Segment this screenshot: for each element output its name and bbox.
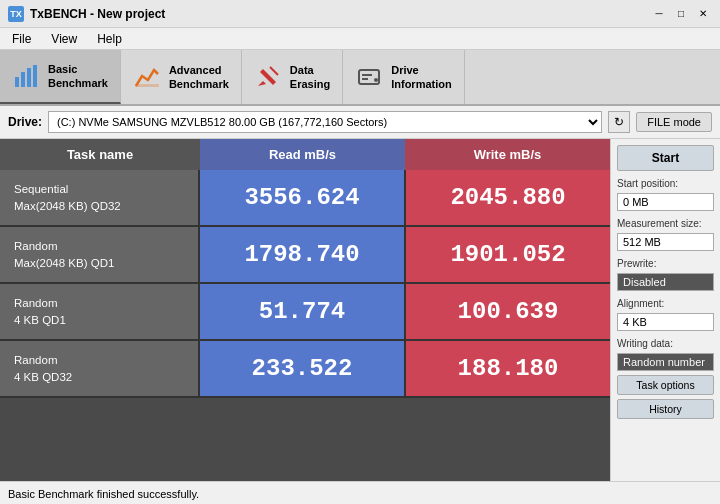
drive-select[interactable]: (C:) NVMe SAMSUNG MZVLB512 80.00 GB (167…: [48, 111, 602, 133]
basic-benchmark-icon: [12, 62, 40, 90]
close-button[interactable]: ✕: [694, 5, 712, 23]
drive-row: Drive: (C:) NVMe SAMSUNG MZVLB512 80.00 …: [0, 106, 720, 139]
svg-rect-0: [15, 77, 19, 87]
start-button[interactable]: Start: [617, 145, 714, 171]
maximize-button[interactable]: □: [672, 5, 690, 23]
status-message: Basic Benchmark finished successfully.: [8, 488, 199, 500]
read-value-1: 1798.740: [200, 227, 406, 282]
advanced-benchmark-label: Advanced Benchmark: [169, 63, 229, 92]
header-write: Write mB/s: [405, 139, 610, 170]
svg-rect-2: [27, 68, 31, 87]
prewrite-value: Disabled: [617, 273, 714, 291]
drive-information-label: Drive Information: [391, 63, 452, 92]
alignment-value: 4 KB: [617, 313, 714, 331]
drive-information-icon: [355, 63, 383, 91]
start-position-value: 0 MB: [617, 193, 714, 211]
svg-point-7: [374, 78, 378, 82]
svg-line-5: [270, 67, 278, 75]
task-options-button[interactable]: Task options: [617, 375, 714, 395]
app-icon: TX: [8, 6, 24, 22]
menu-bar: File View Help: [0, 28, 720, 50]
header-task: Task name: [0, 139, 200, 170]
task-name-1: RandomMax(2048 KB) QD1: [0, 227, 200, 282]
data-erasing-icon: [254, 63, 282, 91]
table-row: RandomMax(2048 KB) QD1 1798.740 1901.052: [0, 227, 610, 284]
read-value-0: 3556.624: [200, 170, 406, 225]
writing-data-value: Random number: [617, 353, 714, 371]
title-bar-left: TX TxBENCH - New project: [8, 6, 165, 22]
task-name-3: Random4 KB QD32: [0, 341, 200, 396]
toolbar: Basic Benchmark Advanced Benchmark Data …: [0, 50, 720, 106]
start-position-label: Start position:: [617, 178, 714, 189]
minimize-button[interactable]: ─: [650, 5, 668, 23]
window-title: TxBENCH - New project: [30, 7, 165, 21]
read-value-2: 51.774: [200, 284, 406, 339]
writing-data-label: Writing data:: [617, 338, 714, 349]
write-value-0: 2045.880: [406, 170, 610, 225]
table-row: Random4 KB QD1 51.774 100.639: [0, 284, 610, 341]
right-panel: Start Start position: 0 MB Measurement s…: [610, 139, 720, 481]
toolbar-basic-benchmark[interactable]: Basic Benchmark: [0, 50, 121, 104]
main-area: Task name Read mB/s Write mB/s Sequentia…: [0, 139, 720, 481]
write-value-2: 100.639: [406, 284, 610, 339]
svg-rect-1: [21, 72, 25, 87]
drive-label: Drive:: [8, 115, 42, 129]
refresh-button[interactable]: ↻: [608, 111, 630, 133]
svg-rect-4: [135, 84, 159, 87]
basic-benchmark-label: Basic Benchmark: [48, 62, 108, 91]
advanced-benchmark-icon: [133, 63, 161, 91]
write-value-3: 188.180: [406, 341, 610, 396]
table-row: SequentialMax(2048 KB) QD32 3556.624 204…: [0, 170, 610, 227]
svg-rect-8: [362, 74, 372, 76]
file-mode-button[interactable]: FILE mode: [636, 112, 712, 132]
write-value-1: 1901.052: [406, 227, 610, 282]
measurement-size-label: Measurement size:: [617, 218, 714, 229]
task-name-0: SequentialMax(2048 KB) QD32: [0, 170, 200, 225]
history-button[interactable]: History: [617, 399, 714, 419]
header-read: Read mB/s: [200, 139, 405, 170]
read-value-3: 233.522: [200, 341, 406, 396]
measurement-size-value: 512 MB: [617, 233, 714, 251]
table-header: Task name Read mB/s Write mB/s: [0, 139, 610, 170]
status-bar: Basic Benchmark finished successfully.: [0, 481, 720, 504]
window-controls: ─ □ ✕: [650, 5, 712, 23]
menu-help[interactable]: Help: [89, 30, 130, 48]
menu-view[interactable]: View: [43, 30, 85, 48]
title-bar: TX TxBENCH - New project ─ □ ✕: [0, 0, 720, 28]
toolbar-data-erasing[interactable]: Data Erasing: [242, 50, 343, 104]
prewrite-label: Prewrite:: [617, 258, 714, 269]
menu-file[interactable]: File: [4, 30, 39, 48]
benchmark-table: Task name Read mB/s Write mB/s Sequentia…: [0, 139, 610, 481]
table-row: Random4 KB QD32 233.522 188.180: [0, 341, 610, 398]
toolbar-advanced-benchmark[interactable]: Advanced Benchmark: [121, 50, 242, 104]
data-erasing-label: Data Erasing: [290, 63, 330, 92]
task-name-2: Random4 KB QD1: [0, 284, 200, 339]
svg-rect-3: [33, 65, 37, 87]
toolbar-drive-information[interactable]: Drive Information: [343, 50, 465, 104]
alignment-label: Alignment:: [617, 298, 714, 309]
svg-rect-9: [362, 78, 368, 80]
